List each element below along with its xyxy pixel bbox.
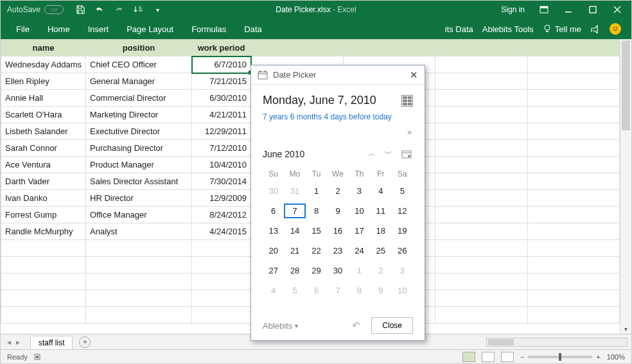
sheet-tab-staff-list[interactable]: staff list xyxy=(30,336,73,349)
macro-record-icon[interactable] xyxy=(34,353,43,361)
calendar-day[interactable]: 2 xyxy=(327,184,348,198)
cell[interactable]: Product Manager xyxy=(86,157,192,173)
sheet-nav-next-icon[interactable]: ▸ xyxy=(16,338,20,347)
calendar-day[interactable]: 11 xyxy=(370,204,391,218)
calendar-day[interactable]: 18 xyxy=(370,223,391,238)
cell[interactable]: Annie Hall xyxy=(1,90,86,107)
maximize-icon[interactable] xyxy=(588,4,598,15)
sort-icon[interactable] xyxy=(133,4,143,15)
view-page-layout-icon[interactable] xyxy=(482,352,495,362)
cell[interactable]: 10/4/2010 xyxy=(192,157,251,173)
calendar-day[interactable]: 23 xyxy=(327,243,348,258)
cell[interactable]: HR Director xyxy=(86,190,192,207)
cell[interactable]: Ivan Danko xyxy=(1,190,86,207)
cell[interactable]: Office Manager xyxy=(86,207,192,223)
tab-its-data[interactable]: its Data xyxy=(445,24,473,34)
tab-home[interactable]: Home xyxy=(39,19,79,39)
calendar-day[interactable]: 29 xyxy=(306,263,327,278)
cell[interactable]: Lisbeth Salander xyxy=(1,123,86,140)
view-page-break-icon[interactable] xyxy=(501,352,514,362)
cell[interactable]: Forrest Gump xyxy=(1,207,86,223)
calendar-day[interactable]: 31 xyxy=(284,184,305,198)
ribbon-display-icon[interactable] xyxy=(539,4,549,15)
calendar-day[interactable]: 27 xyxy=(263,263,284,278)
cell[interactable]: 4/24/2015 xyxy=(192,223,251,240)
calendar-day[interactable]: 4 xyxy=(263,283,284,298)
zoom-out-icon[interactable]: − xyxy=(520,353,524,361)
picker-close-icon[interactable]: ✕ xyxy=(410,69,418,81)
calendar-day[interactable]: 1 xyxy=(306,184,327,198)
cell[interactable]: Commercial Director xyxy=(86,90,192,107)
calendar-day[interactable]: 25 xyxy=(370,243,391,258)
scroll-thumb[interactable] xyxy=(622,40,630,130)
month-prev-icon[interactable]: ︿ xyxy=(367,147,377,160)
cell[interactable]: Purchasing Director xyxy=(86,140,192,157)
picker-expand-icon[interactable]: » xyxy=(263,125,413,139)
tab-ablebits-tools[interactable]: Ablebits Tools xyxy=(482,24,534,34)
redo-icon[interactable] xyxy=(114,4,124,15)
qat-customize-icon[interactable]: ▾ xyxy=(152,4,162,15)
zoom-level[interactable]: 100% xyxy=(607,353,625,361)
cell[interactable]: 8/24/2012 xyxy=(192,207,251,223)
column-header[interactable]: work period xyxy=(192,40,251,56)
column-header[interactable]: position xyxy=(86,40,192,56)
calendar-day[interactable]: 4 xyxy=(370,184,391,198)
cell[interactable]: Analyst xyxy=(86,223,192,240)
picker-brand[interactable]: Ablebits▾ xyxy=(263,321,298,331)
month-next-icon[interactable]: ﹀ xyxy=(383,147,394,160)
calendar-day[interactable]: 16 xyxy=(327,223,348,238)
calendar-day[interactable]: 22 xyxy=(306,243,327,258)
cell[interactable]: Scarlett O'Hara xyxy=(1,107,86,123)
calculator-icon[interactable] xyxy=(401,95,413,107)
calendar-day[interactable]: 2 xyxy=(370,263,391,278)
calendar-day[interactable]: 9 xyxy=(370,283,391,298)
calendar-day[interactable]: 10 xyxy=(349,204,370,218)
save-icon[interactable] xyxy=(75,4,85,15)
cell[interactable]: Chief CEO Officer xyxy=(86,56,192,73)
cell[interactable]: 4/21/2011 xyxy=(192,107,251,123)
cell[interactable]: Marketing Director xyxy=(86,107,192,123)
cell[interactable]: General Manager xyxy=(86,73,192,90)
tab-insert[interactable]: Insert xyxy=(79,19,118,39)
horizontal-scrollbar[interactable] xyxy=(486,338,628,347)
calendar-day[interactable]: 17 xyxy=(349,223,370,238)
picker-undo-icon[interactable]: ↶ xyxy=(352,320,364,331)
feedback-icon[interactable] xyxy=(610,23,621,35)
calendar-day[interactable]: 21 xyxy=(284,243,305,258)
cell[interactable]: Wednesday Addams xyxy=(1,56,86,73)
calendar-day[interactable]: 28 xyxy=(284,263,305,278)
column-header[interactable]: name xyxy=(1,40,86,56)
new-sheet-icon[interactable]: + xyxy=(79,336,91,348)
calendar-day[interactable]: 3 xyxy=(392,263,413,278)
calendar-day[interactable]: 14 xyxy=(284,223,305,238)
cell[interactable]: 7/30/2014 xyxy=(192,173,251,190)
calendar-day[interactable]: 1 xyxy=(349,263,370,278)
calendar-day[interactable]: 30 xyxy=(327,263,348,278)
calendar-day[interactable]: 6 xyxy=(306,283,327,298)
calendar-day[interactable]: 6 xyxy=(263,204,284,218)
cell[interactable]: 7/12/2010 xyxy=(192,140,251,157)
calendar-day[interactable]: 13 xyxy=(263,223,284,238)
cell[interactable]: Darth Vader xyxy=(1,173,86,190)
tab-file[interactable]: File xyxy=(7,19,39,39)
autosave-switch[interactable]: Off xyxy=(44,5,64,14)
calendar-day[interactable]: 26 xyxy=(392,243,413,258)
cell[interactable]: 7/21/2015 xyxy=(192,73,251,90)
cell[interactable]: 12/29/2011 xyxy=(192,123,251,140)
cell[interactable]: Sales Director Assistant xyxy=(86,173,192,190)
tab-page-layout[interactable]: Page Layout xyxy=(118,19,182,39)
sheet-nav-prev-icon[interactable]: ◂ xyxy=(7,338,11,347)
calendar-day[interactable]: 5 xyxy=(284,283,305,298)
calendar-day[interactable]: 15 xyxy=(306,223,327,238)
zoom-in-icon[interactable]: + xyxy=(596,353,600,361)
calendar-day[interactable]: 7 xyxy=(327,283,348,298)
tab-formulas[interactable]: Formulas xyxy=(182,19,235,39)
calendar-day[interactable]: 8 xyxy=(306,204,327,218)
calendar-day[interactable]: 7 xyxy=(284,204,305,218)
tab-data[interactable]: Data xyxy=(235,19,270,39)
calendar-day[interactable]: 30 xyxy=(263,184,284,198)
cell[interactable]: 6/30/2010 xyxy=(192,90,251,107)
cell[interactable]: Ellen Ripley xyxy=(1,73,86,90)
picker-month-label[interactable]: June 2010 xyxy=(263,149,304,159)
undo-icon[interactable] xyxy=(94,4,105,15)
